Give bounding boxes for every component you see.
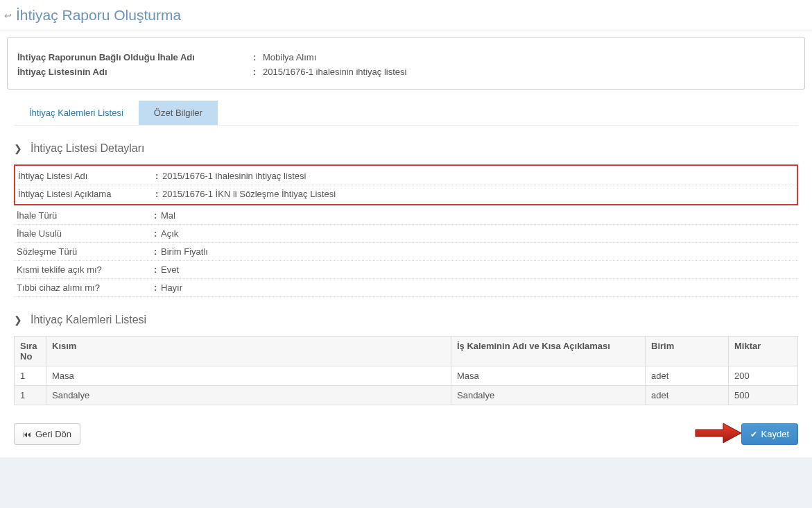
detail-value: Mal	[161, 210, 175, 221]
detail-label: Sözleşme Türü	[17, 246, 154, 257]
tab-ozet-bilgiler[interactable]: Özet Bilgiler	[139, 101, 218, 125]
detail-label: Kısmi teklife açık mı?	[17, 264, 154, 275]
col-header-sira: Sıra No	[15, 337, 46, 366]
footer-bar: ⏮ Geri Dön ✔ Kaydet	[7, 405, 805, 457]
detail-label: İhtiyaç Listesi Açıklama	[18, 189, 155, 199]
page-root: ↪ İhtiyaç Raporu Oluşturma İhtiyaç Rapor…	[0, 0, 812, 457]
tab-ihtiyac-kalemleri[interactable]: İhtiyaç Kalemleri Listesi	[14, 101, 139, 125]
table-row: 1 Sandalye Sandalye adet 500	[15, 386, 798, 405]
table-row: 1 Masa Masa adet 200	[15, 366, 798, 386]
info-row-liste-adi: İhtiyaç Listesinin Adı : 2015/1676-1 iha…	[15, 65, 797, 79]
cell-birim: adet	[646, 386, 729, 405]
table-header-row: Sıra No Kısım İş Kaleminin Adı ve Kısa A…	[15, 337, 798, 366]
col-header-kisim: Kısım	[46, 337, 451, 366]
detail-row: İhtiyaç Listesi Adı 2015/1676-1 ihalesin…	[15, 167, 797, 185]
info-label: İhtiyaç Listesinin Adı	[17, 67, 253, 77]
content-area: İhtiyaç Raporunun Bağlı Olduğu İhale Adı…	[0, 31, 812, 457]
info-value: Mobilya Alımı	[263, 52, 316, 62]
save-button[interactable]: ✔ Kaydet	[741, 423, 798, 445]
detail-label: İhale Türü	[17, 210, 154, 221]
back-button[interactable]: ⏮ Geri Dön	[14, 423, 80, 445]
arrow-annotation-icon	[694, 421, 743, 445]
return-icon: ↪	[4, 10, 12, 21]
info-row-ihale-adi: İhtiyaç Raporunun Bağlı Olduğu İhale Adı…	[15, 50, 797, 65]
col-header-miktar: Miktar	[729, 337, 798, 366]
tabs: İhtiyaç Kalemleri Listesi Özet Bilgiler	[14, 101, 798, 126]
cell-kisim: Masa	[46, 366, 451, 386]
back-button-label: Geri Dön	[35, 429, 71, 439]
colon	[154, 264, 161, 275]
section-details-header[interactable]: ❯ İhtiyaç Listesi Detayları	[14, 142, 798, 155]
chevron-right-icon: ❯	[14, 314, 24, 325]
section-details-title: İhtiyaç Listesi Detayları	[31, 142, 145, 155]
col-header-birim: Birim	[646, 337, 729, 366]
colon	[154, 228, 161, 239]
chevron-right-icon: ❯	[14, 143, 24, 154]
detail-row: Kısmi teklife açık mı? Evet	[14, 261, 798, 279]
cell-adi: Masa	[451, 366, 646, 386]
cell-birim: adet	[646, 366, 729, 386]
save-button-label: Kaydet	[761, 429, 789, 439]
detail-label: İhale Usulü	[17, 228, 154, 239]
detail-value: 2015/1676-1 ihalesinin ihtiyaç listesi	[162, 171, 306, 181]
cell-miktar: 200	[729, 366, 798, 386]
info-value: 2015/1676-1 ihalesinin ihtiyaç listesi	[263, 67, 406, 77]
colon	[154, 282, 161, 293]
colon	[154, 246, 161, 257]
cell-adi: Sandalye	[451, 386, 646, 405]
detail-row: İhale Türü Mal	[14, 207, 798, 225]
cell-sira: 1	[15, 366, 46, 386]
detail-row: Tıbbi cihaz alımı mı? Hayır	[14, 279, 798, 297]
section-items: ❯ İhtiyaç Kalemleri Listesi Sıra No Kısı…	[14, 314, 798, 405]
section-items-header[interactable]: ❯ İhtiyaç Kalemleri Listesi	[14, 314, 798, 326]
cell-miktar: 500	[729, 386, 798, 405]
cell-sira: 1	[15, 386, 46, 405]
step-backward-icon: ⏮	[23, 430, 31, 439]
details-list: İhtiyaç Listesi Adı 2015/1676-1 ihalesin…	[14, 164, 798, 297]
detail-label: Tıbbi cihaz alımı mı?	[17, 282, 154, 293]
detail-row: İhale Usulü Açık	[14, 225, 798, 243]
detail-label: İhtiyaç Listesi Adı	[18, 171, 155, 181]
colon	[155, 171, 162, 181]
section-items-title: İhtiyaç Kalemleri Listesi	[31, 314, 146, 326]
detail-value: Açık	[161, 228, 178, 239]
page-title: İhtiyaç Raporu Oluşturma	[16, 7, 181, 24]
highlight-box: İhtiyaç Listesi Adı 2015/1676-1 ihalesin…	[14, 164, 798, 205]
detail-value: 2015/1676-1 İKN li Sözleşme İhtiyaç List…	[162, 189, 336, 199]
items-table: Sıra No Kısım İş Kaleminin Adı ve Kısa A…	[14, 336, 798, 405]
colon: :	[253, 67, 263, 77]
detail-row: İhtiyaç Listesi Açıklama 2015/1676-1 İKN…	[15, 185, 797, 203]
detail-value: Evet	[161, 264, 179, 275]
detail-row: Sözleşme Türü Birim Fiyatlı	[14, 243, 798, 261]
section-details: ❯ İhtiyaç Listesi Detayları İhtiyaç List…	[14, 142, 798, 297]
colon	[155, 189, 162, 199]
info-label: İhtiyaç Raporunun Bağlı Olduğu İhale Adı	[17, 52, 253, 62]
items-table-wrap: Sıra No Kısım İş Kaleminin Adı ve Kısa A…	[14, 336, 798, 405]
col-header-adi: İş Kaleminin Adı ve Kısa Açıklaması	[451, 337, 646, 366]
colon: :	[253, 52, 263, 62]
check-icon: ✔	[750, 430, 757, 439]
cell-kisim: Sandalye	[46, 386, 451, 405]
colon	[154, 210, 161, 221]
detail-value: Birim Fiyatlı	[161, 246, 208, 257]
detail-value: Hayır	[161, 282, 182, 293]
page-title-bar: ↪ İhtiyaç Raporu Oluşturma	[0, 0, 812, 28]
info-panel: İhtiyaç Raporunun Bağlı Olduğu İhale Adı…	[7, 37, 805, 90]
